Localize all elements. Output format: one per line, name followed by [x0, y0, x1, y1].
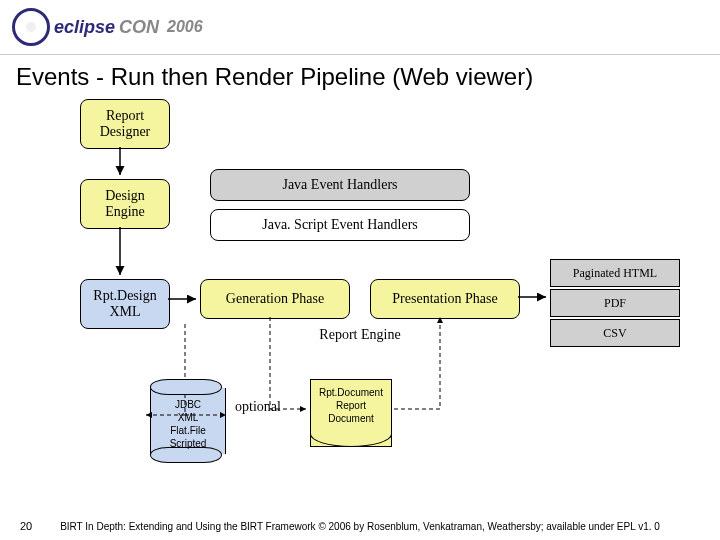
logo-ring-icon	[12, 8, 50, 46]
node-java-handlers: Java Event Handlers	[210, 169, 470, 201]
logo-con: CON	[119, 17, 159, 38]
jdbc-label: JDBC XML Flat.File Scripted	[150, 388, 226, 454]
node-js-handlers: Java. Script Event Handlers	[210, 209, 470, 241]
node-design-engine: Design Engine	[80, 179, 170, 229]
node-pdf: PDF	[550, 289, 680, 317]
footer-text: BIRT In Depth: Extending and Using the B…	[0, 521, 720, 532]
header: eclipse CON 2006	[0, 0, 720, 55]
node-paginated: Paginated HTML	[550, 259, 680, 287]
logo-year: 2006	[167, 18, 203, 36]
logo-eclipse: eclipse	[54, 17, 115, 38]
logo: eclipse CON 2006	[12, 8, 203, 46]
label-report-engine: Report Engine	[300, 327, 420, 343]
node-generation: Generation Phase	[200, 279, 350, 319]
node-csv: CSV	[550, 319, 680, 347]
node-presentation: Presentation Phase	[370, 279, 520, 319]
label-optional: optional	[235, 399, 281, 415]
node-rpt-design: Rpt.Design XML	[80, 279, 170, 329]
node-rpt-document: Rpt.Document Report Document	[310, 379, 392, 447]
pipeline-diagram: Report Designer Design Engine Rpt.Design…	[10, 99, 710, 459]
node-report-designer: Report Designer	[80, 99, 170, 149]
node-jdbc-cylinder: JDBC XML Flat.File Scripted	[150, 379, 220, 463]
page-title: Events - Run then Render Pipeline (Web v…	[0, 55, 720, 99]
